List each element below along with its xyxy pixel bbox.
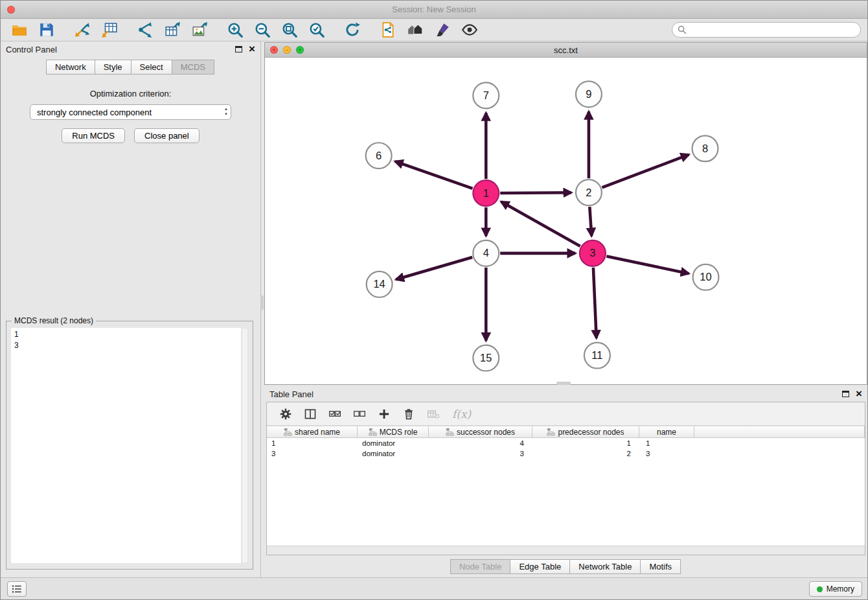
delete-table-icon (427, 408, 440, 421)
cell-mcds_role: dominator (358, 448, 429, 459)
graph-node-label: 3 (589, 247, 595, 259)
table-row[interactable]: 1dominator411 (267, 438, 865, 448)
column-header-predecessor-nodes[interactable]: predecessor nodes (532, 426, 639, 438)
horizontal-splitter-handle[interactable] (556, 382, 571, 385)
export-image-button[interactable] (186, 20, 213, 40)
tab-mcds[interactable]: MCDS (172, 60, 214, 75)
create-column-button[interactable] (374, 405, 394, 423)
graph-node-6[interactable]: 6 (366, 143, 392, 168)
search-field (672, 22, 861, 38)
cell-name: 1 (639, 438, 694, 448)
table-body: 1dominator4113dominator323 (267, 438, 865, 459)
memory-status-icon (817, 586, 823, 592)
graph-node-7[interactable]: 7 (473, 82, 499, 108)
run-mcds-button[interactable]: Run MCDS (62, 128, 125, 143)
graph-edge-1-6[interactable] (395, 161, 472, 189)
graph-node-9[interactable]: 9 (576, 81, 602, 107)
zoom-fit-icon (281, 21, 298, 38)
graph-edge-3-1[interactable] (501, 202, 580, 246)
show-columns-button[interactable] (301, 405, 320, 423)
zoom-fit-button[interactable] (276, 20, 303, 40)
column-label: name (657, 428, 676, 437)
paint-style-button[interactable] (429, 20, 456, 40)
deselect-all-columns-button[interactable] (350, 405, 369, 423)
show-graphics-button[interactable] (456, 20, 483, 40)
close-panel-button[interactable]: Close panel (134, 128, 200, 143)
tab-network-table[interactable]: Network Table (569, 559, 641, 574)
graph-node-10[interactable]: 10 (693, 264, 719, 290)
search-input[interactable] (687, 23, 860, 36)
table-settings-button[interactable] (276, 405, 295, 423)
graph-edge-3-11[interactable] (593, 268, 597, 338)
graph-node-11[interactable]: 11 (584, 343, 610, 369)
paint-brush-icon (434, 21, 451, 38)
graph-edge-2-8[interactable] (602, 155, 689, 188)
cell-mcds_role: dominator (358, 438, 429, 448)
network-close-button[interactable]: × (270, 46, 278, 54)
network-zoom-button[interactable]: + (296, 46, 304, 54)
close-panel-icon[interactable]: × (249, 45, 255, 54)
table-row[interactable]: 3dominator323 (267, 448, 865, 459)
function-builder-button[interactable]: f(x) (452, 408, 471, 421)
graph-node-1[interactable]: 1 (473, 180, 499, 206)
close-table-panel-icon[interactable]: × (856, 389, 862, 398)
network-minimize-button[interactable]: − (283, 46, 291, 54)
zoom-in-button[interactable] (222, 20, 249, 40)
zoom-out-button[interactable] (249, 20, 276, 40)
memory-button[interactable]: Memory (809, 581, 862, 597)
tab-select[interactable]: Select (131, 60, 172, 75)
table-header-row: shared name MCDS role (267, 426, 865, 438)
graph-node-3[interactable]: 3 (580, 240, 606, 266)
column-header-successor-nodes[interactable]: successor nodes (429, 426, 532, 438)
gear-icon (279, 408, 292, 421)
graph-node-8[interactable]: 8 (692, 135, 718, 161)
memory-label: Memory (827, 584, 854, 594)
columns-icon (304, 408, 317, 421)
zoom-selected-button[interactable] (303, 20, 330, 40)
cell-filler (694, 448, 865, 459)
export-network-button[interactable] (131, 20, 159, 40)
table-frame: f(x) shared name (266, 402, 865, 555)
first-neighbors-button[interactable] (374, 20, 402, 40)
tab-node-table[interactable]: Node Table (450, 559, 511, 574)
graph-node-4[interactable]: 4 (473, 240, 499, 266)
open-file-button[interactable] (6, 20, 33, 40)
task-history-button[interactable] (7, 581, 27, 597)
zoom-out-icon (254, 21, 271, 38)
float-table-panel-icon[interactable] (842, 391, 849, 397)
tab-style[interactable]: Style (95, 60, 131, 75)
tab-network[interactable]: Network (46, 60, 95, 75)
column-header-name[interactable]: name (639, 426, 694, 438)
export-table-button[interactable] (159, 20, 186, 40)
graph-node-14[interactable]: 14 (367, 271, 393, 297)
import-table-button[interactable] (96, 20, 123, 40)
refresh-network-button[interactable] (339, 20, 366, 40)
column-header-shared-name[interactable]: shared name (267, 426, 358, 438)
column-header-mcds-role[interactable]: MCDS role (358, 426, 429, 438)
window-close-button[interactable] (7, 6, 15, 14)
graph-node-2[interactable]: 2 (576, 179, 602, 205)
network-overview-button[interactable] (402, 20, 429, 40)
import-network-button[interactable] (69, 20, 96, 40)
tab-edge-table[interactable]: Edge Table (510, 559, 570, 574)
network-canvas[interactable]: 7968124314101511 (265, 58, 867, 384)
graph-edge-2-3[interactable] (589, 207, 591, 236)
delete-table-button[interactable] (424, 405, 443, 423)
result-scrollbar[interactable] (242, 328, 248, 563)
graph-edge-3-10[interactable] (606, 256, 689, 273)
delete-column-button[interactable] (399, 405, 418, 423)
graph-node-15[interactable]: 15 (473, 345, 499, 371)
save-session-button[interactable] (33, 20, 60, 40)
attribute-type-icon (547, 428, 555, 436)
select-all-columns-button[interactable] (325, 405, 345, 423)
graph-edge-1-2[interactable] (500, 192, 571, 193)
vertical-splitter-handle[interactable] (260, 295, 264, 310)
control-panel-title: Control Panel (6, 45, 235, 54)
table-panel-tabs: Node Table Edge Table Network Table Moti… (264, 559, 867, 574)
tab-motifs[interactable]: Motifs (640, 559, 681, 574)
mcds-result-list[interactable]: 1 3 (11, 328, 241, 563)
float-panel-icon[interactable] (235, 46, 242, 52)
graph-edge-4-14[interactable] (396, 257, 472, 279)
optimization-select[interactable]: strongly connected component ▲▼ (30, 104, 231, 120)
table-horizontal-scrollbar[interactable] (267, 546, 865, 555)
